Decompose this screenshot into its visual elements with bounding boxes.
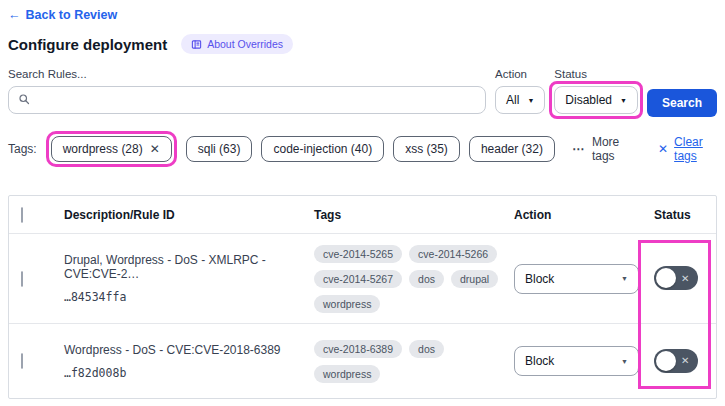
column-header-tags: Tags — [304, 208, 504, 222]
rules-table: Description/Rule ID Tags Action Status D… — [8, 195, 717, 399]
select-all-checkbox[interactable] — [21, 207, 23, 223]
rule-description: Drupal, Wordpress - DoS - XMLRPC - CVE:C… — [64, 253, 304, 281]
tag-pill: cve-2014-5267 — [314, 270, 402, 288]
action-value: Block — [525, 272, 554, 286]
tag-pill: wordpress — [314, 295, 380, 313]
toggle-knob — [656, 351, 676, 371]
tag-chip[interactable]: sqli (63) — [186, 136, 253, 162]
column-header-description: Description/Rule ID — [54, 208, 304, 222]
tag-chip[interactable]: xss (35) — [393, 136, 460, 162]
toggle-off-x-icon: ✕ — [681, 355, 689, 366]
table-row: Wordpress - DoS - CVE:CVE-2018-6389 …f82… — [9, 323, 716, 398]
clear-icon: ✕ — [658, 142, 668, 156]
row-checkbox[interactable] — [21, 353, 23, 369]
back-to-review-link[interactable]: ← Back to Review — [8, 8, 117, 22]
toggle-knob — [656, 268, 676, 288]
filter-bar: Search Rules... Action All ▼ Status Disa… — [8, 68, 717, 117]
search-button[interactable]: Search — [647, 89, 717, 117]
about-overrides-label: About Overrides — [207, 38, 283, 50]
status-filter-label: Status — [554, 68, 638, 80]
column-header-action: Action — [504, 208, 644, 222]
rule-id: …84534ffa — [64, 290, 304, 304]
table-row: Drupal, Wordpress - DoS - XMLRPC - CVE:C… — [9, 233, 716, 323]
tag-pill: drupal — [451, 270, 498, 288]
rule-id: …f82d008b — [64, 366, 304, 380]
ellipsis-icon: ⋯ — [572, 142, 585, 156]
status-filter-dropdown[interactable]: Disabled ▼ — [554, 86, 638, 114]
back-arrow-icon: ← — [8, 8, 21, 22]
page-header: Configure deployment About Overrides — [8, 34, 717, 54]
chevron-down-icon: ▼ — [621, 358, 628, 365]
tag-pill: cve-2014-5266 — [409, 245, 497, 263]
tags-bar: Tags: wordpress (28) ✕ sqli (63)code-inj… — [8, 130, 717, 168]
tag-chip-list: sqli (63)code-injection (40)xss (35)head… — [186, 136, 555, 162]
action-filter-label: Action — [495, 68, 545, 80]
tags-label: Tags: — [8, 142, 37, 156]
tag-chip[interactable]: code-injection (40) — [261, 136, 384, 162]
status-toggle[interactable]: ✕ — [654, 266, 698, 290]
action-value: Block — [525, 354, 554, 368]
chevron-down-icon: ▼ — [620, 97, 627, 104]
remove-tag-icon[interactable]: ✕ — [150, 142, 160, 156]
tag-chip[interactable]: header (32) — [469, 136, 555, 162]
more-tags-button[interactable]: ⋯ More tags — [572, 135, 633, 163]
chevron-down-icon: ▼ — [621, 275, 628, 282]
selected-tag-highlight: wordpress (28) ✕ — [46, 131, 177, 167]
search-input-container — [8, 86, 486, 114]
tag-chip-wordpress-selected[interactable]: wordpress (28) ✕ — [51, 136, 172, 162]
rule-tags: cve-2018-6389doswordpress — [314, 340, 509, 383]
status-filter-value: Disabled — [565, 93, 612, 107]
back-link-label: Back to Review — [26, 8, 118, 22]
clear-tags-label: Clear tags — [674, 135, 717, 163]
table-header-row: Description/Rule ID Tags Action Status — [9, 196, 716, 233]
about-overrides-badge[interactable]: About Overrides — [181, 34, 293, 54]
more-tags-label: More tags — [592, 135, 633, 163]
clear-tags-link[interactable]: ✕ Clear tags — [658, 135, 717, 163]
chevron-down-icon: ▼ — [527, 97, 534, 104]
page-title: Configure deployment — [8, 36, 167, 53]
tag-pill: cve-2014-5265 — [314, 245, 402, 263]
status-toggle[interactable]: ✕ — [654, 349, 698, 373]
selected-tag-label: wordpress (28) — [63, 142, 143, 156]
row-checkbox[interactable] — [21, 271, 23, 287]
tag-pill: cve-2018-6389 — [314, 340, 402, 358]
search-rules-input[interactable] — [36, 93, 476, 107]
action-dropdown[interactable]: Block ▼ — [514, 264, 639, 294]
tag-pill: dos — [409, 340, 444, 358]
action-filter-dropdown[interactable]: All ▼ — [495, 86, 545, 114]
column-header-status: Status — [644, 208, 716, 222]
rule-tags: cve-2014-5265cve-2014-5266cve-2014-5267d… — [314, 245, 509, 313]
rule-description: Wordpress - DoS - CVE:CVE-2018-6389 — [64, 343, 304, 357]
search-rules-label: Search Rules... — [8, 68, 486, 80]
tag-pill: wordpress — [314, 365, 380, 383]
tag-pill: dos — [409, 270, 444, 288]
book-icon — [191, 39, 202, 50]
action-filter-value: All — [506, 93, 519, 107]
search-icon — [18, 93, 30, 108]
status-filter-highlight: Disabled ▼ — [549, 81, 643, 119]
toggle-off-x-icon: ✕ — [681, 273, 689, 284]
action-dropdown[interactable]: Block ▼ — [514, 346, 639, 376]
